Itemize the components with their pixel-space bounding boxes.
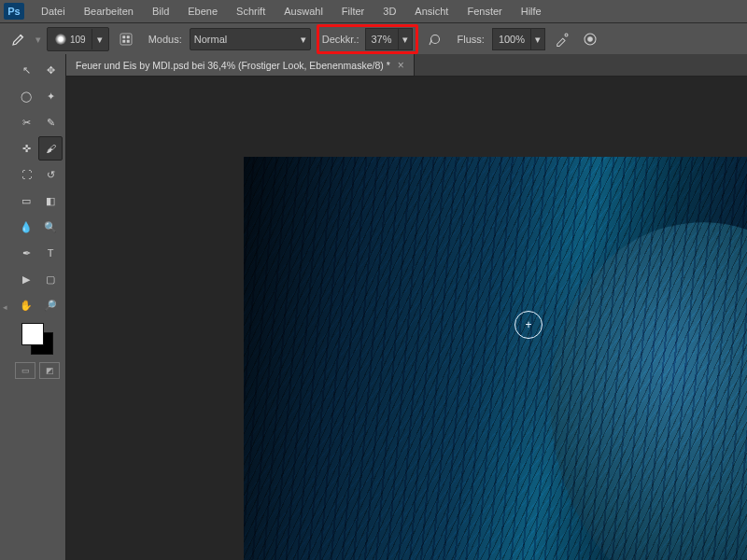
canvas[interactable] [244,157,747,560]
chevron-down-icon[interactable]: ▾ [398,29,412,49]
flow-value: 100% [493,34,530,45]
svg-point-6 [565,34,568,36]
panel-collapse-grip[interactable]: ◂ [0,54,9,560]
blend-mode-value: Normal [194,34,227,45]
workspace: ◂ ↖✥◯✦✂✎✜🖌⛶↺▭◧💧🔍✒T▶▢✋🔎 ▭ ◩ Feuer und Eis… [0,54,747,560]
magic-wand-tool[interactable]: ✦ [38,84,63,108]
opacity-value: 37% [366,34,398,45]
ps-logo-icon: Ps [4,3,24,20]
svg-point-8 [588,37,593,42]
eraser-tool[interactable]: ▭ [14,189,38,213]
menu-hilfe[interactable]: Hilfe [512,0,551,22]
artboard-tool[interactable]: ✥ [38,58,63,82]
menu-fenster[interactable]: Fenster [458,0,511,22]
size-pressure-icon[interactable] [579,28,601,50]
opacity-pressure-icon[interactable] [424,28,446,50]
dodge-tool[interactable]: 🔍 [38,215,63,239]
blur-tool[interactable]: 💧 [14,215,38,239]
mode-label: Modus: [148,34,182,45]
screen-mode-standard-icon[interactable]: ▭ [15,362,35,379]
menu-ansicht[interactable]: Ansicht [405,0,458,22]
svg-rect-3 [122,40,125,43]
document-tab-title: Feuer und Eis by MDI.psd bei 36,4% (Fros… [76,60,390,71]
menu-bearbeiten[interactable]: Bearbeiten [75,0,143,22]
opacity-input[interactable]: 37% ▾ [365,28,413,50]
clone-stamp-tool[interactable]: ⛶ [14,162,38,187]
brush-preset-picker[interactable]: 109 ▾ [47,27,109,51]
svg-rect-1 [122,35,125,38]
menu-ebene[interactable]: Ebene [178,0,227,22]
history-brush-tool[interactable]: ↺ [38,162,63,187]
color-swatches[interactable] [21,323,53,355]
svg-rect-0 [120,34,132,45]
brush-cursor-icon [514,311,543,339]
tools-panel: ↖✥◯✦✂✎✜🖌⛶↺▭◧💧🔍✒T▶▢✋🔎 ▭ ◩ [9,54,66,560]
path-selection-tool[interactable]: ▶ [14,267,38,291]
type-tool[interactable]: T [38,241,63,265]
brush-preview-icon [55,34,66,45]
menu-bar: Ps Datei Bearbeiten Bild Ebene Schrift A… [0,0,747,23]
canvas-image [244,157,747,560]
chevron-down-icon[interactable]: ▾ [92,29,105,49]
hand-tool[interactable]: ✋ [14,293,38,317]
menu-bild[interactable]: Bild [143,0,178,22]
menu-datei[interactable]: Datei [32,0,75,22]
opacity-highlight-annotation: Deckkr.: 37% ▾ [317,24,418,54]
svg-rect-4 [126,40,129,43]
brush-size-value: 109 [70,35,86,45]
current-tool-icon[interactable] [7,28,30,50]
document-tab-strip: Feuer und Eis by MDI.psd bei 36,4% (Fros… [66,54,747,77]
eyedropper-tool[interactable]: ✎ [38,110,63,134]
menu-3d[interactable]: 3D [374,0,405,22]
flow-label: Fluss: [458,34,485,45]
chevron-down-icon[interactable]: ▾ [35,34,41,46]
brush-tool[interactable]: 🖌 [38,136,63,161]
rectangle-tool[interactable]: ▢ [38,267,63,291]
flow-input[interactable]: 100% ▾ [492,28,545,50]
document-tab[interactable]: Feuer und Eis by MDI.psd bei 36,4% (Fros… [66,54,415,76]
opacity-label: Deckkr.: [322,34,359,45]
svg-rect-2 [126,35,129,38]
healing-brush-tool[interactable]: ✜ [14,136,38,161]
chevron-down-icon[interactable]: ▾ [530,29,544,49]
brush-panel-toggle-icon[interactable] [115,28,137,50]
close-icon[interactable]: × [398,59,404,72]
menu-filter[interactable]: Filter [332,0,374,22]
blend-mode-dropdown[interactable]: Normal ▾ [190,28,311,50]
document-area: Feuer und Eis by MDI.psd bei 36,4% (Fros… [66,54,747,560]
zoom-tool[interactable]: 🔎 [38,293,63,317]
menu-auswahl[interactable]: Auswahl [275,0,332,22]
move-tool[interactable]: ↖ [14,58,38,82]
svg-point-5 [430,35,439,44]
chevron-down-icon: ▾ [301,34,306,46]
foreground-color-swatch[interactable] [21,323,44,345]
tool-options-bar: ▾ 109 ▾ Modus: Normal ▾ Deckkr.: 37% ▾ F… [0,23,747,56]
airbrush-icon[interactable] [551,28,573,50]
menu-schrift[interactable]: Schrift [227,0,275,22]
gradient-tool[interactable]: ◧ [38,189,63,213]
quick-mask-icon[interactable]: ◩ [39,362,60,379]
pen-tool[interactable]: ✒ [14,241,38,265]
crop-tool[interactable]: ✂ [14,110,38,134]
lasso-tool[interactable]: ◯ [14,84,38,108]
